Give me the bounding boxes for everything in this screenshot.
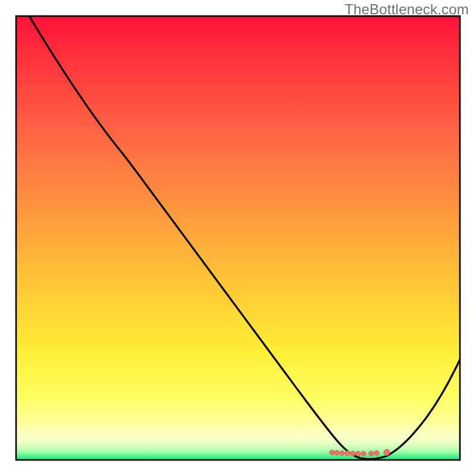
svg-point-2 [334, 450, 340, 456]
plot-background [16, 16, 460, 460]
svg-point-1 [330, 450, 335, 455]
svg-point-7 [361, 451, 367, 456]
svg-point-10 [384, 449, 390, 455]
svg-point-5 [350, 451, 356, 456]
watermark-text: TheBottleneck.com [345, 1, 469, 18]
svg-point-9 [374, 450, 380, 456]
svg-point-6 [356, 451, 361, 456]
chart-svg [0, 0, 476, 476]
chart-stage: TheBottleneck.com [0, 0, 476, 476]
svg-point-8 [369, 451, 374, 456]
svg-point-4 [345, 451, 350, 456]
svg-point-3 [340, 450, 345, 456]
